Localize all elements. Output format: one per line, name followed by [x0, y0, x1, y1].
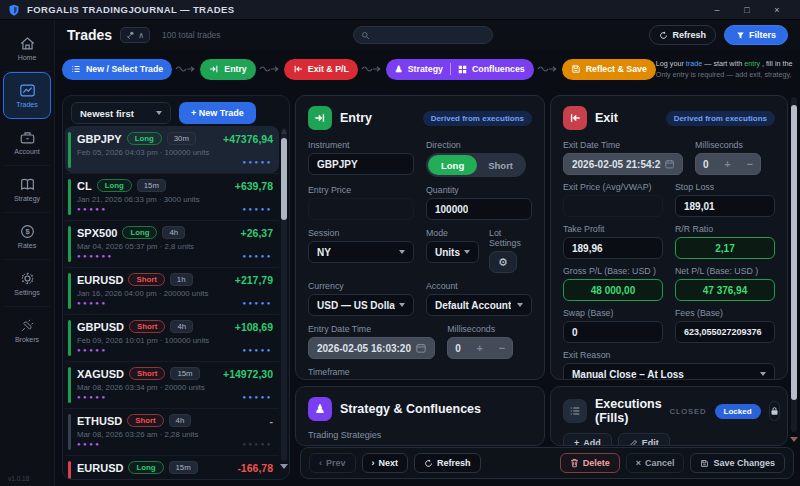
app-version: v1.0.18 — [8, 475, 29, 482]
increment-icon[interactable]: + — [477, 342, 483, 354]
trade-symbol: EURUSD — [77, 274, 123, 286]
search-box[interactable] — [353, 26, 493, 44]
instrument-label: Instrument — [308, 140, 414, 150]
edit-execution-button[interactable]: Edit — [618, 433, 670, 446]
lot-settings-button[interactable]: ⚙ — [489, 251, 517, 273]
pl-color-bar — [68, 273, 71, 309]
timeframe-badge: 15m — [137, 179, 166, 192]
decrement-icon[interactable]: − — [747, 158, 753, 170]
stop-loss-input[interactable]: 189,01 — [675, 195, 775, 217]
scroll-up-icon[interactable] — [281, 129, 287, 134]
fees-input[interactable]: 623,055027209376 — [675, 321, 775, 343]
step-new-select-trade[interactable]: New / Select Trade — [62, 59, 172, 80]
account-label: Account — [426, 281, 532, 291]
milliseconds-value: 0 — [455, 343, 461, 354]
add-execution-button[interactable]: + Add — [563, 433, 612, 446]
sidebar-item-brokers[interactable]: Brokers — [3, 307, 51, 354]
mode-select[interactable]: Units — [426, 241, 479, 263]
account-select[interactable]: Default Account — [426, 294, 532, 316]
scroll-down-icon[interactable] — [280, 464, 288, 469]
delete-button[interactable]: Delete — [560, 453, 620, 473]
milliseconds-stepper[interactable]: 0 + − — [447, 337, 513, 359]
entry-price-input[interactable] — [308, 198, 414, 220]
scrollbar-thumb[interactable] — [281, 138, 287, 220]
gear-icon — [19, 271, 36, 286]
exit-datetime-input[interactable]: 2026-02-05 21:54:20 — [563, 153, 683, 175]
milliseconds-stepper[interactable]: 0 + − — [695, 153, 761, 175]
instrument-input[interactable]: GBPJPY — [308, 153, 414, 175]
minimize-icon[interactable]: – — [702, 0, 732, 20]
lock-button[interactable] — [769, 401, 780, 421]
quantity-input[interactable]: 100000 — [426, 198, 532, 220]
list-scrollbar[interactable] — [281, 128, 287, 461]
refresh-label: Refresh — [672, 30, 706, 40]
dollar-circle-icon: $ — [19, 224, 36, 239]
direction-short-button[interactable]: Short — [477, 160, 524, 171]
exit-reason-select[interactable]: Manual Close – At Loss — [563, 363, 775, 380]
content-scrollbar[interactable] — [791, 97, 797, 432]
locked-badge: Locked — [715, 404, 761, 419]
step-entry[interactable]: Entry — [200, 59, 256, 80]
derived-badge: Derived from executions — [666, 111, 775, 126]
sidebar-item-home[interactable]: Home — [3, 25, 51, 72]
entry-datetime-input[interactable]: 2026-02-05 16:03:20 — [308, 337, 435, 359]
trade-list-item[interactable]: GBPUSD Short 4h +108,69 Feb 09, 2026 10:… — [65, 314, 279, 361]
decrement-icon[interactable]: − — [499, 342, 505, 354]
total-trades-count: 100 total trades — [162, 30, 221, 40]
direction-long-button[interactable]: Long — [428, 155, 477, 175]
trade-list-item[interactable]: ETHUSD Short 4h - Mar 08, 2026 03:26 am … — [65, 408, 279, 455]
execution-dots: ●●●●● — [242, 253, 273, 259]
take-profit-input[interactable]: 189,96 — [563, 237, 663, 259]
next-button[interactable]: › Next — [362, 453, 409, 473]
chevron-down-icon — [156, 111, 162, 115]
trade-meta: Feb 09, 2026 10:01 pm · 100000 units — [77, 336, 273, 345]
sidebar-item-account[interactable]: Account — [3, 119, 51, 166]
exit-icon — [563, 106, 587, 130]
trade-list-item[interactable]: GBPJPY Long 30m +47376,94 Feb 05, 2026 0… — [65, 126, 279, 173]
refresh-trade-button[interactable]: Refresh — [414, 453, 481, 473]
trade-symbol: GBPUSD — [77, 321, 124, 333]
sidebar-item-settings[interactable]: Settings — [3, 260, 51, 307]
step-strategy-confluences[interactable]: ♟ Strategy Confluences — [386, 59, 534, 80]
side-badge: Long — [122, 226, 157, 239]
increment-icon[interactable]: + — [724, 158, 730, 170]
maximize-icon[interactable]: □ — [732, 0, 762, 20]
trade-list-item[interactable]: SPX500 Long 4h +26,37 Mar 04, 2026 05:37… — [65, 220, 279, 267]
trade-list-item[interactable]: EURUSD Short 1h +217,79 Jan 16, 2026 04:… — [65, 267, 279, 314]
sidebar-item-label: Trades — [16, 101, 38, 108]
trade-list-item[interactable]: EURUSD Long 15m -166,78 — [65, 455, 279, 480]
briefcase-icon — [19, 130, 36, 145]
scroll-down-icon[interactable] — [790, 437, 798, 442]
exit-price-input[interactable] — [563, 195, 663, 217]
sidebar-item-strategy[interactable]: Strategy — [3, 166, 51, 213]
trade-list-item[interactable]: XAGUSD Short 15m +14972,30 Mar 08, 2026 … — [65, 361, 279, 408]
refresh-button[interactable]: Refresh — [649, 25, 716, 45]
save-changes-button[interactable]: Save Changes — [690, 453, 785, 473]
filters-button[interactable]: Filters — [724, 25, 788, 45]
sort-select[interactable]: Newest first — [71, 102, 171, 124]
close-icon[interactable]: × — [762, 0, 792, 20]
direction-label: Direction — [426, 140, 532, 150]
sidebar-item-rates[interactable]: $ Rates — [3, 213, 51, 260]
search-input[interactable] — [375, 30, 475, 40]
step-exit-pl[interactable]: Exit & P/L — [284, 59, 358, 80]
delete-label: Delete — [583, 458, 610, 468]
sidebar-item-trades[interactable]: Trades — [3, 72, 51, 119]
scrollbar-thumb[interactable] — [791, 105, 797, 400]
sidebar-item-label: Home — [18, 54, 37, 61]
wave-connector — [537, 64, 559, 74]
view-toggle-button[interactable]: ∧ — [120, 27, 150, 43]
sort-value: Newest first — [80, 108, 134, 119]
session-select[interactable]: NY — [308, 241, 414, 263]
next-label: Next — [379, 458, 399, 468]
currency-select[interactable]: USD — US Dollar — [308, 294, 414, 316]
panel-title: Exit — [595, 111, 618, 125]
cancel-button[interactable]: × Cancel — [626, 453, 685, 473]
side-badge: Long — [128, 461, 163, 474]
trade-list-item[interactable]: CL Long 15m +639,78 Jan 21, 2026 06:33 p… — [65, 173, 279, 220]
new-trade-button[interactable]: + New Trade — [179, 102, 256, 124]
swap-input[interactable]: 0 — [563, 321, 663, 343]
lot-settings-label: Lot Settings — [489, 228, 532, 248]
prev-button[interactable]: ‹ Prev — [309, 453, 356, 473]
step-reflect-save[interactable]: Reflect & Save — [562, 59, 656, 80]
